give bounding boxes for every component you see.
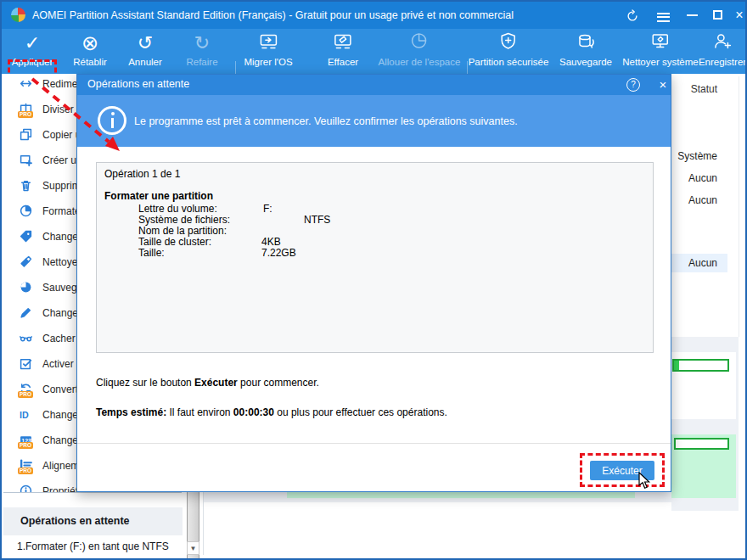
title-bar: AOMEI Partition Assistant Standard Editi… [2,2,745,29]
detail-label: Lettre du volume: [138,203,217,215]
check-icon: ✓ [12,31,53,56]
allocate-space-icon [379,31,461,56]
refresh-icon[interactable] [621,2,643,29]
operation-index: Opération 1 de 1 [104,168,180,180]
status-value: Aucun [688,194,717,206]
status-column-header: Statut [691,83,717,95]
detail-label: Nom de la partition: [138,225,227,237]
partition-usage-bar [672,359,729,372]
backup-partition-icon [20,281,32,294]
create-icon [20,154,32,166]
annotation-highlight-execute [580,453,665,487]
label-icon [20,306,32,319]
drive-letter-icon [20,230,32,243]
help-icon[interactable]: ? [626,78,640,92]
detail-label: Taille de cluster: [138,236,211,248]
format-icon [20,204,32,217]
toolbar-button-enregistrer[interactable]: Enregistrer [699,31,746,73]
partition-block-selected[interactable] [671,434,736,498]
toolbar: ✓ Appliquer ⊗ Rétablir ↺ Annuler ↻ Refai… [2,29,745,74]
app-window: AOMEI Partition Assistant Standard Editi… [0,0,747,560]
detail-label: Système de fichiers: [138,214,230,226]
partition-block[interactable] [671,352,736,419]
backup-icon [559,31,612,56]
hide-icon [20,332,32,344]
detail-value: F: [263,203,272,215]
detail-label: Taille: [138,247,165,259]
svg-text:ID: ID [20,410,29,420]
dialog-title: Opérations en attente [87,78,189,90]
wipe-icon [20,255,32,268]
toolbar-button-refaire: ↻ Refaire [186,31,217,73]
close-icon[interactable]: × [728,2,747,29]
scrollbar-down-arrow-icon[interactable]: ▼ [187,541,199,555]
undo-icon: ↺ [128,31,162,56]
info-icon [98,106,126,135]
clean-system-icon [622,31,698,56]
copy-icon [20,128,32,141]
toolbar-button-nettoyer-systeme[interactable]: Nettoyer système [622,31,698,73]
detail-value: 4KB [261,236,281,248]
dialog-close-icon[interactable]: × [654,76,671,93]
detail-value: 7.22GB [261,247,296,259]
resize-icon [20,77,32,90]
migrate-os-icon [244,31,292,56]
register-icon [699,31,746,56]
minimize-icon[interactable] [681,2,703,29]
pending-operations-dialog: Opérations en attente ? × Le programme e… [76,74,671,492]
id-icon: ID [20,408,32,421]
toolbar-button-sauvegarde[interactable]: Sauvegarde [559,31,612,73]
table-column-divider [739,76,739,337]
partition-usage-bar [674,438,729,450]
secure-partition-icon [469,31,549,56]
dialog-footer-divider [77,443,671,444]
properties-icon [20,484,32,493]
menu-icon[interactable] [652,2,674,29]
toolbar-button-partition-securisee[interactable]: Partition sécurisée [469,31,549,73]
app-logo-icon [11,8,25,22]
activate-icon [20,357,32,370]
detail-value: NTFS [304,214,330,226]
banner-message: Le programme est prêt à commencer. Veuil… [134,115,518,127]
estimate-text: Temps estimé: Il faut environ 00:00:30 o… [96,406,447,418]
wipe-drive-icon [328,31,358,56]
dialog-banner: Le programme est prêt à commencer. Veuil… [77,95,671,147]
discard-icon: ⊗ [73,31,107,56]
toolbar-button-migrer-os[interactable]: Migrer l'OS [244,31,292,73]
delete-icon [20,179,32,192]
toolbar-button-retablir[interactable]: ⊗ Rétablir [73,31,107,73]
status-value: Aucun [688,172,717,184]
instruction-text: Cliquez sur le bouton Exécuter pour comm… [96,377,319,389]
window-title: AOMEI Partition Assistant Standard Editi… [32,2,514,29]
toolbar-button-effacer[interactable]: Effacer [328,31,358,73]
status-value: Aucun [688,257,717,269]
partition-used-space [674,361,679,370]
maximize-icon[interactable] [706,2,728,29]
pending-operation-item[interactable]: 1.Formater (F:) en tant que NTFS [3,535,183,556]
operation-name: Formater une partition [104,190,213,202]
dialog-title-bar: Opérations en attente ? × [77,75,671,95]
status-value: Système [677,150,717,162]
pending-operations-header: Opérations en attente [3,507,183,535]
toolbar-button-allouer-espace: Allouer de l'espace [379,31,461,73]
toolbar-button-annuler[interactable]: ↺ Annuler [128,31,162,73]
redo-icon: ↻ [186,31,217,56]
